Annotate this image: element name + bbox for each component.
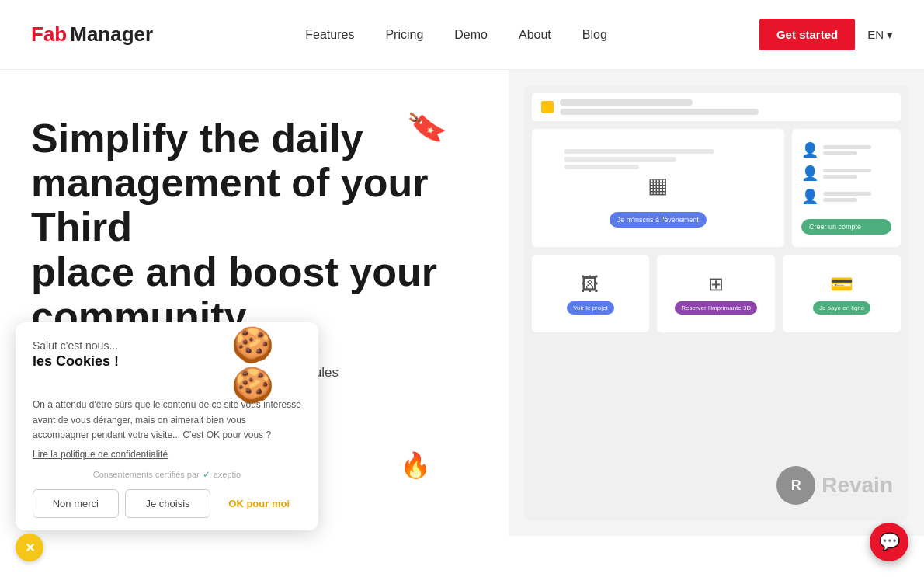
cookie-body: On a attendu d'être sûrs que le contenu … — [33, 398, 301, 443]
hero-title-line1: Simplify the daily — [31, 116, 363, 161]
hero-right: ▦ Je m'inscris à l'événement 👤 👤 — [509, 70, 925, 536]
cookie-policy-link[interactable]: Lire la politique de confidentialité — [33, 449, 301, 460]
revain-name: Revain — [822, 473, 893, 498]
event-card-lines — [564, 149, 752, 172]
mockup-gallery-card: 🖼 Voir le projet — [532, 255, 650, 332]
certif-brand: axeptio — [214, 470, 241, 479]
mockup-event-card: ▦ Je m'inscris à l'événement — [532, 129, 785, 247]
mockup-line-1 — [560, 99, 693, 106]
mockup-payment-card: 💳 Je paye en ligne — [783, 255, 901, 332]
user-row-1: 👤 — [801, 141, 891, 158]
nav-link-about[interactable]: About — [519, 28, 551, 41]
dashboard-mockup: ▦ Je m'inscris à l'événement 👤 👤 — [524, 85, 909, 520]
get-started-button[interactable]: Get started — [759, 19, 855, 50]
nav-link-demo[interactable]: Demo — [454, 28, 488, 41]
cookie-greeting: Salut c'est nous... — [33, 339, 119, 352]
user-row-3: 👤 — [801, 188, 891, 205]
decoration-top: 🔖 — [408, 109, 446, 148]
nav-item-demo[interactable]: Demo — [454, 28, 488, 42]
cookie-choose-button[interactable]: Je choisis — [125, 489, 211, 518]
cookie-certif: Consentements certifiés par ✓ axeptio — [33, 469, 301, 480]
revain-watermark: R Revain — [776, 466, 893, 505]
user-row-2: 👤 — [801, 165, 891, 182]
mockup-yellow-dot — [541, 101, 554, 113]
create-account-btn[interactable]: Créer un compte — [801, 219, 891, 235]
view-project-btn[interactable]: Voir le projet — [567, 301, 613, 315]
bookmark-icon: 🔖 — [405, 106, 449, 148]
cookie-banner: Salut c'est nous... les Cookies ! 🍪🍪 On … — [16, 322, 318, 530]
nav-link-features[interactable]: Features — [305, 28, 354, 41]
certif-check-icon: ✓ — [203, 469, 210, 480]
nav-link-pricing[interactable]: Pricing — [385, 28, 423, 41]
cookie-accept-button[interactable]: OK pour moi — [217, 489, 301, 518]
nav-links: Features Pricing Demo About Blog — [305, 28, 607, 42]
chat-icon: 💬 — [879, 532, 900, 536]
cookie-decline-button[interactable]: Non merci — [33, 489, 119, 518]
payment-icon: 💳 — [830, 273, 853, 295]
mockup-header — [532, 93, 901, 121]
nav-item-pricing[interactable]: Pricing — [385, 28, 423, 42]
language-selector[interactable]: EN ▾ — [867, 28, 893, 42]
nav-item-blog[interactable]: Blog — [582, 28, 607, 42]
hero-title-line2: management of your Third — [31, 160, 428, 249]
nav-link-blog[interactable]: Blog — [582, 28, 607, 41]
reserve-printer-btn[interactable]: Reserver l'imprimante 3D — [675, 301, 757, 315]
mockup-header-lines — [560, 99, 892, 115]
calendar-icon: ▦ — [648, 172, 668, 198]
cookie-image: 🍪🍪 — [231, 339, 301, 390]
pay-online-btn[interactable]: Je paye en ligne — [813, 301, 870, 315]
user-lines-2 — [823, 169, 891, 179]
cookie-header: Salut c'est nous... les Cookies ! 🍪🍪 — [33, 339, 301, 390]
hero-title-line3: place and boost your — [31, 249, 437, 294]
cookie-title: les Cookies ! — [33, 353, 119, 370]
logo-fab: Fab — [31, 23, 67, 47]
user-icon-2: 👤 — [801, 165, 818, 182]
user-lines-1 — [823, 145, 891, 155]
user-icon-1: 👤 — [801, 141, 818, 158]
mockup-cards-row-1: ▦ Je m'inscris à l'événement 👤 👤 — [532, 129, 901, 247]
mockup-grid-card: ⊞ Reserver l'imprimante 3D — [657, 255, 775, 332]
mockup-account-card: 👤 👤 👤 — [792, 129, 901, 247]
lang-arrow-icon: ▾ — [887, 28, 893, 42]
cookie-title-block: Salut c'est nous... les Cookies ! — [33, 339, 119, 370]
user-icon-3: 👤 — [801, 188, 818, 205]
lang-label: EN — [867, 28, 884, 41]
cookie-emoji: 🍪🍪 — [231, 325, 301, 405]
nav-item-about[interactable]: About — [519, 28, 551, 42]
revain-initial: R — [791, 478, 801, 494]
revain-logo: R — [776, 466, 815, 505]
grid-icon: ⊞ — [708, 273, 724, 295]
gallery-icon: 🖼 — [581, 273, 599, 295]
mockup-cards-row-2: 🖼 Voir le projet ⊞ Reserver l'imprimante… — [532, 255, 901, 332]
decoration-bottom: 🔥 — [400, 450, 431, 474]
user-lines-3 — [823, 192, 891, 202]
logo[interactable]: Fab Manager — [31, 23, 153, 47]
cookie-actions: Non merci Je choisis OK pour moi — [33, 489, 301, 518]
flame-icon: 🔥 — [400, 450, 431, 480]
event-register-btn[interactable]: Je m'inscris à l'événement — [610, 212, 707, 228]
hero-title: Simplify the daily management of your Th… — [31, 116, 478, 339]
cookie-certif-text: Consentements certifiés par — [93, 470, 200, 479]
nav-right: Get started EN ▾ — [759, 19, 893, 50]
cookie-certif-inner: Consentements certifiés par ✓ axeptio — [33, 469, 301, 480]
mockup-line-2 — [560, 109, 759, 115]
nav-item-features[interactable]: Features — [305, 28, 354, 42]
logo-manager: Manager — [70, 23, 153, 47]
navbar: Fab Manager Features Pricing Demo About … — [0, 0, 924, 70]
